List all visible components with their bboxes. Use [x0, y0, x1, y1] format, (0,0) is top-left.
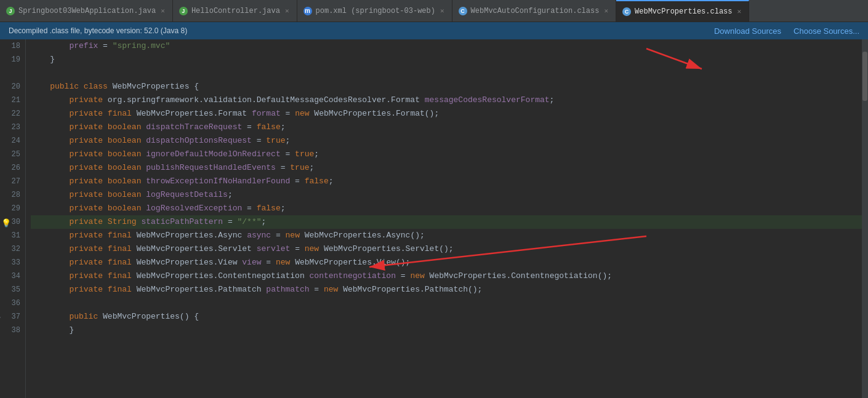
- code-line-37: public WebMvcProperties() {: [31, 310, 868, 324]
- tab-webmvcprop[interactable]: C WebMvcProperties.class ✕: [616, 0, 749, 22]
- line-num-24: 24: [2, 134, 20, 148]
- code-line-36: [31, 297, 868, 310]
- code-line-32: private final WebMvcProperties.Servlet s…: [31, 242, 868, 256]
- code-line-34: private final WebMvcProperties.Contentne…: [31, 269, 868, 283]
- code-line-31: private final WebMvcProperties.Async asy…: [31, 229, 868, 242]
- line-num-18: 18: [2, 39, 20, 53]
- code-line-27: private boolean throwExceptionIfNoHandle…: [31, 175, 868, 188]
- tab-close-springboot[interactable]: ✕: [159, 6, 166, 15]
- java-icon-2: J: [179, 7, 188, 15]
- decompiled-notice: Decompiled .class file, bytecode version…: [9, 26, 714, 35]
- code-line-30: private String staticPathPattern = "/**"…: [31, 215, 868, 229]
- line-num-20: 20: [2, 80, 20, 94]
- code-line-19: }: [31, 53, 868, 66]
- line-num-22: 22: [2, 107, 20, 121]
- class-icon-auto: C: [459, 7, 467, 15]
- download-sources-link[interactable]: Download Sources: [714, 26, 781, 36]
- choose-sources-link[interactable]: Choose Sources...: [794, 26, 859, 36]
- code-line-38: }: [31, 324, 868, 337]
- line-num-19: 19: [2, 53, 20, 66]
- line-num-28: 28: [2, 188, 20, 202]
- tab-close-webmvcauto[interactable]: ✕: [603, 6, 609, 15]
- vertical-scrollbar[interactable]: [862, 39, 868, 398]
- line-num-36: 36: [2, 297, 20, 310]
- line-num-34: 34: [2, 269, 20, 283]
- code-line-26: private boolean publishRequestHandledEve…: [31, 161, 868, 175]
- tab-label-webmvcauto: WebMvcAutoConfiguration.class: [471, 7, 600, 15]
- java-icon: J: [6, 7, 15, 15]
- fold-icon-37[interactable]: ▾: [0, 312, 1, 325]
- code-line-20: public class WebMvcProperties {: [31, 80, 868, 94]
- line-num-27: 27: [2, 175, 20, 188]
- info-bar: Decompiled .class file, bytecode version…: [0, 22, 868, 39]
- tab-pom[interactable]: m pom.xml (springboot-03-web) ✕: [297, 0, 452, 22]
- tab-close-pom[interactable]: ✕: [439, 6, 446, 15]
- line-numbers-gutter: 18 19 20 21 22 23 24 25 26 27 28 29 💡 30…: [0, 39, 26, 398]
- code-line-23: private boolean dispatchTraceRequest = f…: [31, 121, 868, 134]
- code-content: prefix = "spring.mvc" } public class Web…: [26, 39, 868, 398]
- code-line-35: private final WebMvcProperties.Pathmatch…: [31, 283, 868, 297]
- tab-label-hello: HelloController.java: [191, 7, 280, 15]
- line-num-33: 33: [2, 256, 20, 269]
- tab-webmvcauto[interactable]: C WebMvcAutoConfiguration.class ✕: [452, 0, 616, 22]
- code-line-29: private boolean logResolvedException = f…: [31, 202, 868, 215]
- tab-label-pom: pom.xml (springboot-03-web): [316, 7, 435, 15]
- tab-springboot[interactable]: J Springboot03WebApplication.java ✕: [0, 0, 173, 22]
- line-num-25: 25: [2, 148, 20, 161]
- code-line-21: private org.springframework.validation.D…: [31, 94, 868, 107]
- line-num-23: 23: [2, 121, 20, 134]
- line-num-35: 35: [2, 283, 20, 297]
- line-num-31: 31: [2, 229, 20, 242]
- code-line-33: private final WebMvcProperties.View view…: [31, 256, 868, 269]
- line-num-26: 26: [2, 161, 20, 175]
- tab-label: Springboot03WebApplication.java: [18, 7, 156, 15]
- code-area: 18 19 20 21 22 23 24 25 26 27 28 29 💡 30…: [0, 39, 868, 398]
- line-num-21: 21: [2, 94, 20, 107]
- tab-hello[interactable]: J HelloController.java ✕: [173, 0, 297, 22]
- code-line-22: private final WebMvcProperties.Format fo…: [31, 107, 868, 121]
- code-line-25: private boolean ignoreDefaultModelOnRedi…: [31, 148, 868, 161]
- code-line-blank1: [31, 66, 868, 80]
- maven-icon: m: [303, 7, 312, 15]
- tab-label-webmvcprop: WebMvcProperties.class: [635, 7, 732, 16]
- line-num-20a: [2, 66, 20, 80]
- line-num-37: ▾ 37: [2, 310, 20, 324]
- code-line-24: private boolean dispatchOptionsRequest =…: [31, 134, 868, 148]
- tab-bar: J Springboot03WebApplication.java ✕ J He…: [0, 0, 868, 22]
- source-actions: Download Sources Choose Sources...: [714, 26, 859, 36]
- code-line-28: private boolean logRequestDetails;: [31, 188, 868, 202]
- tab-close-webmvcprop[interactable]: ✕: [736, 7, 743, 16]
- class-icon-prop: C: [622, 7, 631, 16]
- line-num-29: 29: [2, 202, 20, 215]
- line-num-32: 32: [2, 242, 20, 256]
- scrollbar-thumb[interactable]: [862, 52, 867, 101]
- tab-close-hello[interactable]: ✕: [284, 6, 291, 15]
- line-num-38: 38: [2, 324, 20, 337]
- code-line-18: prefix = "spring.mvc": [31, 39, 868, 53]
- line-num-30: 💡 30: [2, 215, 20, 229]
